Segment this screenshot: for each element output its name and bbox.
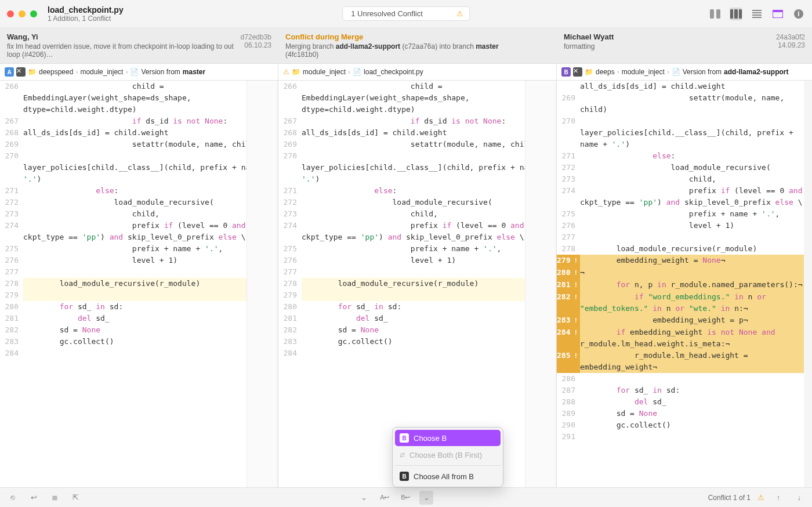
- code-line[interactable]: 272 load_module_recursive(: [278, 197, 556, 208]
- code-line[interactable]: 269 setattr(module, name, child): [557, 92, 812, 115]
- code-line[interactable]: 271 else:: [557, 150, 812, 162]
- code-line[interactable]: 274 prefix if (level == 0 and ckpt_type …: [0, 220, 278, 243]
- code-line[interactable]: 283 gc.collect(): [0, 336, 278, 347]
- code-line[interactable]: 279: [278, 289, 556, 301]
- code-line[interactable]: 275 prefix + name + '.',: [557, 208, 812, 220]
- code-line[interactable]: 272 load_module_recursive(: [557, 162, 812, 173]
- code-line[interactable]: 284: [278, 347, 556, 359]
- two-column-icon[interactable]: [709, 8, 722, 20]
- code-line[interactable]: 287 for sd_ in sd:: [557, 385, 812, 396]
- code-line[interactable]: 273 child,: [557, 173, 812, 185]
- code-line[interactable]: 283! embedding_weight = p¬: [557, 314, 812, 327]
- code-line[interactable]: 279! embedding_weight = None¬: [557, 255, 812, 267]
- code-line[interactable]: 277: [278, 266, 556, 278]
- prev-conflict-icon[interactable]: ↑: [771, 491, 785, 505]
- pane-b[interactable]: all_ds_ids[ds_id] = child.weight269 seta…: [557, 81, 812, 487]
- code-line[interactable]: 280 for sd_ in sd:: [278, 301, 556, 313]
- close-a-icon[interactable]: ✕: [16, 67, 26, 77]
- code-line[interactable]: 280!¬: [557, 267, 812, 279]
- code-line[interactable]: all_ds_ids[ds_id] = child.weight: [557, 81, 812, 92]
- tool-icon-4[interactable]: ⇱: [68, 491, 82, 505]
- file-icon: 📄: [130, 68, 139, 76]
- code-line[interactable]: 280 for sd_ in sd:: [0, 301, 278, 313]
- chevron-down-icon-2[interactable]: ⌄: [419, 491, 433, 505]
- code-line[interactable]: 272 load_module_recursive(: [0, 197, 278, 208]
- author-a: Wang, Yi: [7, 32, 38, 41]
- code-line[interactable]: layer_policies[child.__class__](child, p…: [278, 162, 556, 185]
- code-line[interactable]: layer_policies[child.__class__](child, p…: [557, 127, 812, 150]
- code-line[interactable]: 270: [0, 150, 278, 162]
- code-line[interactable]: 282! if "word_embeddings." in n or "embe…: [557, 291, 812, 314]
- code-line[interactable]: 288 del sd_: [557, 396, 812, 408]
- next-conflict-icon[interactable]: ↓: [792, 491, 806, 505]
- code-line[interactable]: 273 child,: [278, 208, 556, 220]
- code-line[interactable]: 285! r_module.lm_head.weight = embedding…: [557, 350, 812, 373]
- choose-b-button[interactable]: B Choose B: [395, 430, 501, 446]
- commit-info-row: Wang, Yi d72edb3b fix lm head overriden …: [0, 28, 812, 64]
- maximize-window[interactable]: [30, 10, 37, 17]
- code-line[interactable]: 269 setattr(module, name, child): [0, 139, 278, 150]
- code-line[interactable]: 284: [0, 347, 278, 359]
- code-line[interactable]: 282 sd = None: [0, 324, 278, 336]
- code-line[interactable]: 275 prefix + name + '.',: [278, 243, 556, 255]
- code-line[interactable]: 289 sd = None: [557, 408, 812, 419]
- minimap[interactable]: [804, 81, 812, 487]
- three-column-icon[interactable]: [730, 8, 742, 20]
- code-line[interactable]: 267 if ds_id is not None:: [0, 115, 278, 127]
- code-line[interactable]: 268all_ds_ids[ds_id] = child.weight: [278, 127, 556, 139]
- info-icon[interactable]: i: [792, 8, 805, 20]
- window-icon[interactable]: [771, 8, 784, 20]
- conflict-counter: Conflict 1 of 1: [708, 494, 751, 502]
- code-line[interactable]: 271 else:: [278, 185, 556, 197]
- code-line[interactable]: 278 load_module_recursive(r_module): [557, 243, 812, 255]
- code-line[interactable]: 276 level + 1): [557, 220, 812, 231]
- code-line[interactable]: 266 child = EmbeddingLayer(weight_shape=…: [0, 81, 278, 115]
- code-line[interactable]: 268all_ds_ids[ds_id] = child.weight: [0, 127, 278, 139]
- close-b-icon[interactable]: ✕: [573, 67, 582, 77]
- list-icon[interactable]: [751, 8, 763, 20]
- choose-a-footer[interactable]: A↩: [378, 491, 392, 505]
- code-line[interactable]: 276 level + 1): [0, 255, 278, 266]
- code-line[interactable]: 275 prefix + name + '.',: [0, 243, 278, 255]
- b-badge-icon: B: [400, 433, 409, 443]
- code-line[interactable]: 290 gc.collect(): [557, 419, 812, 431]
- code-line[interactable]: 291: [557, 431, 812, 443]
- code-line[interactable]: 270: [278, 150, 556, 162]
- code-line[interactable]: 270: [557, 115, 812, 127]
- code-line[interactable]: 284! if embedding_weight is not None and…: [557, 327, 812, 350]
- code-line[interactable]: 281! for n, p in r_module.named_paramete…: [557, 279, 812, 291]
- tool-icon-3[interactable]: ≣: [48, 491, 61, 505]
- code-line[interactable]: 271 else:: [0, 185, 278, 197]
- code-line[interactable]: 266 child = EmbeddingLayer(weight_shape=…: [278, 81, 556, 115]
- code-line[interactable]: 274 prefix if (level == 0 and ckpt_type …: [278, 220, 556, 243]
- chevron-down-icon[interactable]: ⌄: [357, 491, 371, 505]
- pane-a[interactable]: 266 child = EmbeddingLayer(weight_shape=…: [0, 81, 278, 487]
- code-line[interactable]: 277: [557, 231, 812, 243]
- code-line[interactable]: 279: [0, 289, 278, 301]
- code-line[interactable]: 278 load_module_recursive(r_module): [0, 278, 278, 289]
- code-line[interactable]: 267 if ds_id is not None:: [278, 115, 556, 127]
- code-line[interactable]: 286: [557, 373, 812, 385]
- choose-b-footer[interactable]: B↩: [398, 491, 412, 505]
- code-line[interactable]: 269 setattr(module, name, child): [278, 139, 556, 150]
- code-line[interactable]: 281 del sd_: [0, 313, 278, 324]
- choose-all-b-button[interactable]: B Choose All from B: [395, 468, 501, 484]
- code-line[interactable]: layer_policies[child.__class__](child, p…: [0, 162, 278, 185]
- code-line[interactable]: 273 child,: [0, 208, 278, 220]
- conflict-pill[interactable]: 1 Unresolved Conflict ⚠︎: [342, 6, 470, 21]
- code-line[interactable]: 283 gc.collect(): [278, 336, 556, 347]
- code-line[interactable]: 274 prefix if (level == 0 and ckpt_type …: [557, 185, 812, 208]
- pane-result[interactable]: 266 child = EmbeddingLayer(weight_shape=…: [278, 81, 557, 487]
- code-line[interactable]: 277: [0, 266, 278, 278]
- tool-icon-1[interactable]: ⎋: [6, 491, 20, 505]
- choose-both-button[interactable]: ⇄ Choose Both (B First): [395, 447, 501, 463]
- chevron-icon: ›: [125, 68, 128, 76]
- code-line[interactable]: 282 sd = None: [278, 324, 556, 336]
- code-line[interactable]: 281 del sd_: [278, 313, 556, 324]
- code-line[interactable]: 276 level + 1): [278, 255, 556, 266]
- tool-icon-2[interactable]: ↩: [27, 491, 41, 505]
- minimize-window[interactable]: [19, 10, 26, 17]
- close-window[interactable]: [7, 10, 14, 17]
- code-line[interactable]: 278 load_module_recursive(r_module): [278, 278, 556, 289]
- both-icon: ⇄: [400, 451, 405, 459]
